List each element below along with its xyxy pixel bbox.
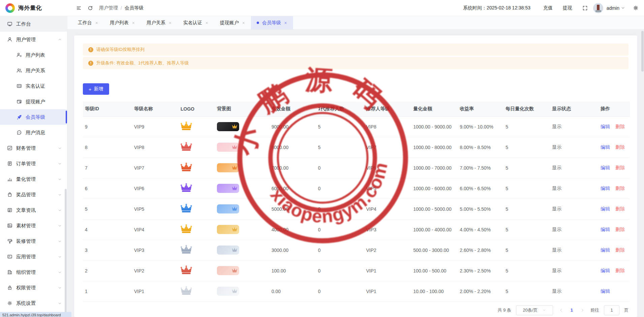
sidebar-item-member-level[interactable]: 会员等级 (0, 109, 67, 125)
edit-link[interactable]: 编辑 (601, 185, 610, 191)
cell-quant-amount: 1000.00 - 9000.00 (411, 116, 458, 137)
tab-label: 实名认证 (183, 20, 202, 26)
sidebar-item-label: 会员等级 (26, 114, 45, 120)
prize-icon (7, 192, 12, 197)
sidebar-item-user-list[interactable]: 用户列表 (0, 47, 67, 63)
cell-quant-amount: 100.00 - 500.00 (411, 260, 458, 281)
sidebar-item-workbench[interactable]: 工作台 (0, 16, 67, 32)
page-scrollbar[interactable] (641, 31, 644, 71)
edit-link[interactable]: 编辑 (601, 268, 610, 273)
sidebar-item-quant[interactable]: 量化管理 (0, 171, 67, 187)
sidebar-item-user-messages[interactable]: 用户消息 (0, 125, 67, 140)
page-size-value: 20条/页 (523, 307, 538, 313)
sidebar-item-label: 实名认证 (26, 83, 45, 89)
sidebar-item-articles[interactable]: 文章资讯 (0, 202, 67, 218)
delete-link[interactable]: 删除 (615, 247, 625, 253)
tab-withdraw-account[interactable]: 提现账户 (214, 16, 251, 29)
cell-daily-times: 5 (504, 219, 550, 240)
tab-realname-auth[interactable]: 实名认证 (178, 16, 214, 29)
chevron-up-icon (58, 38, 62, 41)
sidebar-item-orders[interactable]: 订单管理 (0, 156, 67, 171)
sidebar-item-realname-auth[interactable]: 实名认证 (0, 78, 67, 94)
table-row: 4VIP44000.000VIP31000.00 - 4000.004.00% … (83, 219, 630, 240)
delete-link[interactable]: 删除 (615, 124, 625, 129)
sidebar-item-apps[interactable]: 应用管理 (0, 249, 67, 264)
delete-link[interactable]: 删除 (615, 227, 625, 232)
next-page-button[interactable] (579, 308, 586, 312)
breadcrumb-parent[interactable]: 用户管理 (99, 5, 118, 11)
sidebar-item-system-settings[interactable]: 系统设置 (0, 295, 67, 311)
close-icon[interactable] (284, 21, 287, 25)
sidebar-item-permissions[interactable]: 权限管理 (0, 280, 67, 295)
edit-link[interactable]: 编辑 (601, 247, 610, 253)
column-header: 显示状态 (550, 102, 599, 116)
close-icon[interactable] (242, 21, 245, 25)
tab-user-list[interactable]: 用户列表 (104, 16, 141, 29)
cell-referrer-level: VIP3 (364, 219, 411, 240)
add-button[interactable]: + 新增 (83, 83, 109, 95)
cell-referrer-level: VIP8 (364, 116, 411, 137)
goto-page-input[interactable] (604, 305, 619, 315)
delete-link[interactable]: 删除 (615, 185, 625, 191)
delete-link[interactable]: 删除 (615, 144, 625, 150)
withdraw-button[interactable]: 提现 (563, 5, 572, 11)
edit-link[interactable]: 编辑 (601, 144, 610, 150)
sidebar-collapse-icon[interactable] (76, 5, 82, 11)
cell-rate: 2.30% - 2.50% (458, 260, 504, 281)
edit-link[interactable]: 编辑 (601, 206, 610, 211)
sidebar-item-finance[interactable]: 财务管理 (0, 140, 67, 156)
sidebar-item-prizes[interactable]: 奖品管理 (0, 187, 67, 202)
tab-user-relations[interactable]: 用户关系 (141, 16, 178, 29)
current-page[interactable]: 1 (569, 308, 574, 313)
refresh-icon[interactable] (88, 5, 93, 11)
cell-level-id: 2 (83, 260, 132, 281)
sidebar-item-withdraw-account[interactable]: 提现账户 (0, 94, 67, 109)
sidebar-item-label: 组织管理 (16, 269, 36, 276)
cell-rate: 2.00% - 2.20% (458, 281, 504, 301)
alert-text: 升级条件: 有效金额、1代推荐人数、推荐人等级 (96, 60, 189, 66)
prev-page-button[interactable] (558, 308, 565, 312)
user-menu[interactable]: admin (607, 5, 625, 11)
delete-link[interactable]: 删除 (615, 206, 625, 211)
cell-valid-amount: 4000.00 (269, 219, 316, 240)
edit-link[interactable]: 编辑 (601, 124, 610, 129)
cell-referrer-level: VIP5 (364, 178, 411, 199)
sidebar-item-materials[interactable]: 素材管理 (0, 218, 67, 233)
edit-link[interactable]: 编辑 (601, 227, 610, 232)
fullscreen-icon[interactable] (582, 5, 588, 11)
delete-link[interactable]: 删除 (615, 268, 625, 273)
column-header: 收益率 (458, 102, 504, 116)
close-icon[interactable] (95, 21, 98, 25)
cell-status: 显示 (550, 219, 599, 240)
close-icon[interactable] (168, 21, 172, 25)
column-header: 背景图 (215, 102, 269, 116)
sidebar-item-organization[interactable]: 组织管理 (0, 264, 67, 280)
recharge-button[interactable]: 充值 (543, 5, 553, 11)
cell-referrer-level: VIP4 (364, 199, 411, 219)
gear-icon (7, 300, 12, 306)
sidebar-item-user-relations[interactable]: 用户关系 (0, 63, 67, 78)
tab-member-level[interactable]: 会员等级 (251, 16, 293, 29)
edit-link[interactable]: 编辑 (601, 165, 610, 170)
tab-label: 提现账户 (220, 20, 239, 26)
page-size-select[interactable]: 20条/页 (516, 305, 553, 315)
cell-level-name: VIP8 (132, 137, 179, 157)
background-image (217, 246, 239, 255)
cell-level-name: VIP6 (132, 178, 179, 199)
sidebar-scrollbar[interactable] (65, 189, 67, 314)
user-list-icon (17, 52, 22, 58)
chevron-down-icon (58, 255, 62, 259)
avatar[interactable] (593, 3, 603, 13)
background-image (217, 122, 239, 131)
cell-referrer-level: VIP1 (364, 281, 411, 301)
edit-link[interactable]: 编辑 (601, 288, 610, 294)
tab-workbench[interactable]: 工作台 (72, 16, 104, 29)
gear-icon[interactable] (633, 5, 639, 11)
sidebar-item-user-management[interactable]: 用户管理 (0, 32, 67, 47)
topbar: 海外量化 用户管理 / 会员等级 系统时间：2025-02-18 12:38:5… (0, 0, 644, 16)
sidebar-item-label: 财务管理 (16, 145, 36, 151)
close-icon[interactable] (132, 21, 135, 25)
sidebar-item-decoration[interactable]: 装修管理 (0, 233, 67, 249)
delete-link[interactable]: 删除 (615, 165, 625, 170)
close-icon[interactable] (205, 21, 208, 25)
